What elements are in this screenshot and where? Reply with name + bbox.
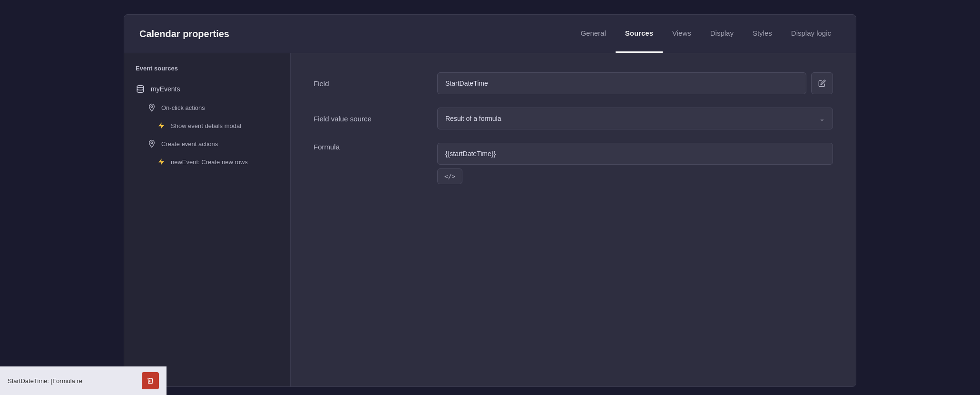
sidebar-item-myevents[interactable]: myEvents: [124, 79, 290, 99]
sidebar-item-onclick-actions[interactable]: On-click actions: [124, 99, 290, 117]
database-icon: [136, 84, 145, 94]
tab-display-logic[interactable]: Display logic: [782, 15, 841, 53]
bottom-bar-container: StartDateTime: [Formula re: [124, 366, 167, 387]
svg-point-0: [137, 86, 144, 88]
bottom-bar: StartDateTime: [Formula re: [124, 366, 167, 387]
cursor-icon-create: [147, 139, 157, 148]
delete-button[interactable]: [142, 372, 159, 387]
formula-label: Formula: [314, 143, 437, 151]
field-value-source-row: Field value source Result of a formula ⌄: [314, 108, 833, 129]
sidebar-item-show-event-modal[interactable]: Show event details modal: [124, 117, 290, 135]
calendar-properties-modal: Calendar properties General Sources View…: [124, 14, 856, 387]
tab-display[interactable]: Display: [701, 15, 743, 53]
sidebar-item-create-event-actions[interactable]: Create event actions: [124, 135, 290, 153]
tab-navigation: General Sources Views Display Styles Dis…: [571, 15, 841, 53]
field-label: Field: [314, 79, 437, 88]
chevron-down-icon: ⌄: [819, 115, 825, 122]
formula-input[interactable]: [437, 143, 833, 165]
myevents-label: myEvents: [151, 85, 180, 93]
field-value-source-label: Field value source: [314, 115, 437, 123]
modal-header: Calendar properties General Sources View…: [124, 15, 856, 53]
tab-sources[interactable]: Sources: [616, 15, 663, 53]
show-event-modal-label: Show event details modal: [171, 122, 241, 129]
modal-body: Event sources myEvents: [124, 53, 856, 386]
sidebar-section-title: Event sources: [124, 65, 290, 79]
svg-point-1: [151, 106, 153, 108]
field-row: Field: [314, 72, 833, 94]
formula-row: Formula </>: [314, 143, 833, 184]
formula-field-wrapper: </>: [437, 143, 833, 184]
tab-views[interactable]: Views: [663, 15, 701, 53]
sidebar-item-new-event-create-rows[interactable]: newEvent: Create new rows: [124, 153, 290, 171]
field-value-source-value: Result of a formula: [445, 115, 501, 122]
new-event-create-rows-label: newEvent: Create new rows: [171, 158, 248, 166]
field-input[interactable]: [437, 72, 806, 94]
bolt-icon-show-event: [157, 121, 166, 130]
tab-styles[interactable]: Styles: [743, 15, 782, 53]
field-input-container: [437, 72, 833, 94]
bolt-icon-create-rows: [157, 157, 166, 167]
svg-point-2: [151, 142, 153, 144]
main-content: Field Field value source Result of a for…: [291, 53, 856, 386]
code-button[interactable]: </>: [437, 168, 462, 184]
sidebar: Event sources myEvents: [124, 53, 291, 386]
create-event-actions-label: Create event actions: [161, 140, 218, 148]
modal-title: Calendar properties: [139, 29, 229, 40]
tab-general[interactable]: General: [571, 15, 615, 53]
cursor-icon-onclick: [147, 103, 157, 112]
edit-field-button[interactable]: [811, 72, 833, 94]
onclick-actions-label: On-click actions: [161, 104, 205, 111]
field-value-source-select[interactable]: Result of a formula ⌄: [437, 108, 833, 129]
